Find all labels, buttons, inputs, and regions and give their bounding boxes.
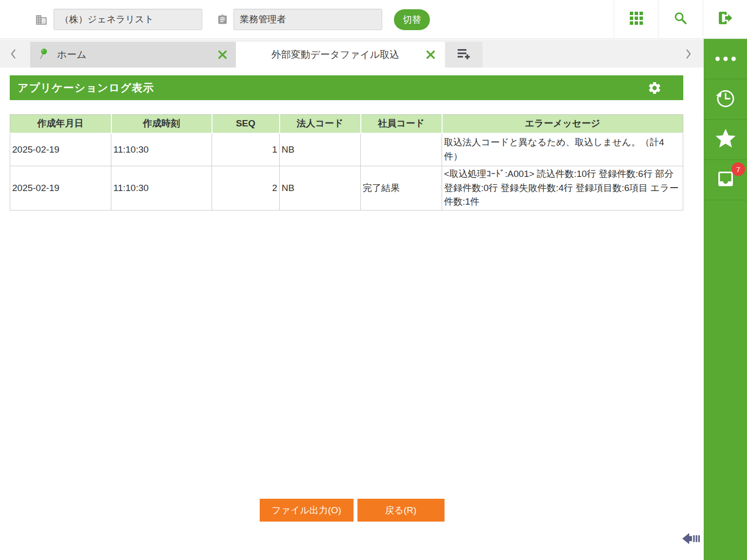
back-button[interactable]: 戻る(R) bbox=[357, 499, 445, 522]
add-tab-icon bbox=[457, 48, 471, 62]
collapse-panel-icon[interactable] bbox=[682, 531, 700, 548]
col-header-seq: SEQ bbox=[212, 115, 280, 133]
cell-time: 11:10:30 bbox=[111, 166, 212, 210]
history-button[interactable] bbox=[704, 79, 747, 120]
role-input[interactable] bbox=[233, 9, 382, 30]
table-header-row: 作成年月日 作成時刻 SEQ 法人コード 社員コード エラーメッセージ bbox=[10, 115, 683, 133]
history-icon bbox=[714, 87, 737, 112]
cell-date: 2025-02-19 bbox=[10, 166, 111, 210]
file-export-button[interactable]: ファイル出力(O) bbox=[260, 499, 354, 522]
col-header-corp-code: 法人コード bbox=[280, 115, 361, 133]
chevron-right-icon bbox=[684, 48, 693, 62]
cell-emp-code: 完了結果 bbox=[361, 166, 442, 210]
more-options-icon bbox=[715, 54, 736, 63]
cell-error-msg: <取込処理ｺｰﾄﾞ:A001> 読込件数:10行 登録件数:6行 部分登録件数:… bbox=[442, 166, 683, 210]
cell-error-msg: 取込法人コードと異なるため、取込しません。（計4件） bbox=[442, 133, 683, 166]
tab-active[interactable]: 外部変動データファイル取込 bbox=[236, 42, 445, 68]
col-header-time: 作成時刻 bbox=[111, 115, 212, 133]
tab-bar: ホーム 外部変動データファイル取込 bbox=[0, 39, 704, 68]
search-button[interactable] bbox=[658, 0, 702, 38]
cell-corp-code: NB bbox=[280, 133, 361, 166]
notifications-button[interactable]: 7 bbox=[704, 160, 747, 200]
tab-active-label: 外部変動データファイル取込 bbox=[271, 48, 399, 61]
cell-emp-code bbox=[361, 133, 442, 166]
pin-icon bbox=[38, 48, 47, 62]
favorites-star-icon bbox=[715, 128, 736, 151]
col-header-date: 作成年月日 bbox=[10, 115, 111, 133]
app-menu-button[interactable] bbox=[614, 0, 658, 38]
cell-corp-code: NB bbox=[280, 166, 361, 210]
col-header-error-msg: エラーメッセージ bbox=[442, 115, 683, 133]
action-buttons: ファイル出力(O) 戻る(R) bbox=[0, 499, 704, 522]
chevron-left-icon bbox=[9, 48, 18, 62]
building-icon bbox=[35, 14, 48, 28]
more-options-button[interactable] bbox=[704, 39, 747, 79]
table-row: 2025-02-19 11:10:30 2 NB 完了結果 <取込処理ｺｰﾄﾞ:… bbox=[10, 166, 683, 210]
tab-home-label: ホーム bbox=[57, 48, 87, 61]
logout-button[interactable] bbox=[703, 0, 747, 38]
tab-scroll-left-button[interactable] bbox=[4, 42, 23, 68]
cell-time: 11:10:30 bbox=[111, 133, 212, 166]
clipboard-icon bbox=[217, 14, 228, 28]
switch-button[interactable]: 切替 bbox=[394, 9, 430, 30]
settings-gear-icon[interactable] bbox=[647, 81, 662, 95]
notification-badge: 7 bbox=[731, 162, 745, 176]
company-input[interactable] bbox=[53, 9, 202, 30]
col-header-emp-code: 社員コード bbox=[361, 115, 442, 133]
search-icon bbox=[674, 11, 687, 27]
tab-home[interactable]: ホーム bbox=[30, 42, 236, 68]
cell-date: 2025-02-19 bbox=[10, 133, 111, 166]
add-tab-button[interactable] bbox=[445, 42, 482, 68]
favorites-button[interactable] bbox=[704, 120, 747, 160]
cell-seq: 2 bbox=[212, 166, 280, 210]
close-tab-icon[interactable] bbox=[217, 50, 228, 60]
grid-menu-icon bbox=[630, 12, 643, 27]
cell-seq: 1 bbox=[212, 133, 280, 166]
panel-header: アプリケーションログ表示 bbox=[10, 75, 683, 100]
tab-scroll-right-button[interactable] bbox=[678, 42, 698, 68]
application-log-table: 作成年月日 作成時刻 SEQ 法人コード 社員コード エラーメッセージ 2025… bbox=[10, 114, 683, 210]
right-sidebar: 7 bbox=[704, 39, 747, 560]
main-content: アプリケーションログ表示 作成年月日 作成時刻 SEQ 法人コード 社員コード … bbox=[0, 68, 704, 560]
close-tab-icon[interactable] bbox=[426, 50, 436, 60]
top-header-bar: 切替 bbox=[0, 0, 747, 39]
table-row: 2025-02-19 11:10:30 1 NB 取込法人コードと異なるため、取… bbox=[10, 133, 683, 166]
logout-icon bbox=[718, 11, 732, 27]
page-title: アプリケーションログ表示 bbox=[18, 81, 154, 95]
